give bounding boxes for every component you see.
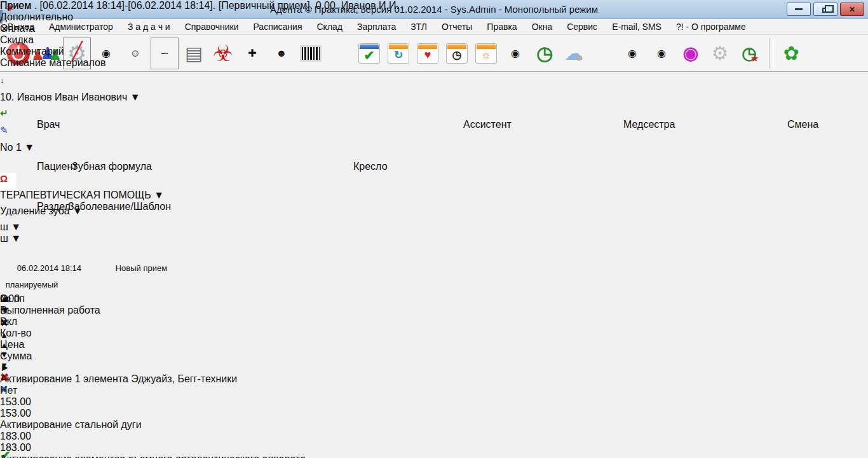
alarm-clock-icon[interactable]: ◷ xyxy=(530,37,559,70)
menu-item-10[interactable]: Правка xyxy=(487,22,517,32)
inner-right-strip xyxy=(836,94,840,453)
glyph: ✔ xyxy=(358,43,380,64)
menu-item-12[interactable]: Сервис xyxy=(567,22,597,32)
tab-label: Оплата xyxy=(0,23,35,34)
table-row[interactable]: ►Активирование 1 элемента Эджуайз, Бегг-… xyxy=(0,362,377,419)
menu-item-14[interactable]: ?! - О программе xyxy=(676,22,746,32)
appointment-state-box[interactable]: планируемый xyxy=(0,276,64,293)
chat-icon[interactable]: ☁☺ xyxy=(559,37,588,70)
tooth-formula-button[interactable]: Ω xyxy=(0,173,17,190)
section-value: ТЕРАПЕВТИЧЕСКАЯ ПОМОЩЬ xyxy=(0,190,151,200)
column-header[interactable]: Кол-во xyxy=(0,328,377,339)
schedule-grid-icon[interactable] xyxy=(325,37,355,70)
glyph: ◷ xyxy=(452,48,462,62)
shift-down-button[interactable]: ↓ xyxy=(0,76,13,92)
chair-combo[interactable]: No 1 ▼ xyxy=(0,142,475,158)
patient-combo[interactable]: 10. Иванов Иван Иванович ▼ xyxy=(0,92,245,108)
glyph: ☣ xyxy=(213,40,233,67)
glyph: ◉ xyxy=(628,47,637,59)
tab-bar: ПриемДополнительноОплатаСкидкаКомментари… xyxy=(0,0,172,69)
glyph: ✔ xyxy=(364,48,375,63)
glyph xyxy=(300,45,322,62)
section-label: Раздел xyxy=(37,201,71,212)
horizontal-scrollbar[interactable]: ◄ xyxy=(0,293,10,305)
tv-icon[interactable]: ◉ xyxy=(501,37,530,70)
tab-label: Списание материалов xyxy=(0,57,105,68)
nurse-label: Медсестра xyxy=(623,119,675,130)
glyph: ◷ xyxy=(446,43,468,64)
cell-mk: ► xyxy=(0,362,377,373)
scroll-left-button[interactable]: ◄ xyxy=(0,293,10,305)
glyph: ☼ xyxy=(475,43,497,64)
glyph: ◷ xyxy=(536,42,553,64)
tab-label: Дополнительно xyxy=(0,11,73,22)
cell-name: Активирование стальной дуги xyxy=(0,419,377,431)
menu-item-8[interactable]: ЗТЛ xyxy=(410,22,427,32)
calendar-check-icon[interactable]: ✔ xyxy=(355,37,384,70)
cell-money: 153.00 xyxy=(0,408,377,419)
column-header[interactable]: Сумма xyxy=(0,350,377,362)
table-row[interactable]: Активирование стальной дуги183.00183.00 xyxy=(0,419,377,454)
menu-item-9[interactable]: Отчеты xyxy=(442,22,472,32)
close-button[interactable]: ✕ xyxy=(840,3,864,16)
insert-template-all-button[interactable]: ш ▼ xyxy=(0,233,868,244)
tab-оплата[interactable]: Оплата xyxy=(0,23,121,34)
books-icon[interactable]: ▤ xyxy=(179,37,208,70)
column-header[interactable]: Выполненная работа xyxy=(0,305,377,316)
chevron-down-icon[interactable]: ▼ xyxy=(130,92,140,102)
insert-template-button[interactable]: ш ▼ xyxy=(0,221,868,233)
first-aid-kit-icon[interactable]: ✚ xyxy=(238,37,267,70)
glyph: ◉ xyxy=(683,43,698,64)
chevron-down-icon[interactable]: ▼ xyxy=(154,190,164,200)
camera-icon[interactable]: ◉ xyxy=(618,37,647,70)
icq-flower-icon[interactable]: ✿ xyxy=(776,37,806,70)
red-face-icon[interactable]: ☻ xyxy=(267,37,296,70)
glyph: ✿ xyxy=(783,42,799,64)
restore-button[interactable] xyxy=(813,3,837,16)
eye-photo-icon[interactable]: ◉ xyxy=(647,37,676,70)
scroll-down-button[interactable]: ▼ xyxy=(0,305,10,316)
tab-дополнительно[interactable]: Дополнительно xyxy=(0,11,143,23)
column-header[interactable]: Цена xyxy=(0,339,377,350)
menu-item-13[interactable]: E-mail, SMS xyxy=(612,22,661,32)
glyph: ♥ xyxy=(424,48,431,62)
glyph: ♥ xyxy=(417,43,438,64)
close-icon: ✕ xyxy=(849,5,855,14)
patient-card-button[interactable]: ↵ xyxy=(0,108,25,125)
triangle-left-icon: ◄ xyxy=(0,293,10,304)
services-table: № ппВыполненная работаВклКол-воЦенаСумма… xyxy=(0,293,377,458)
table-body: ►Активирование 1 элемента Эджуайз, Бегг-… xyxy=(0,362,377,458)
barcode-icon[interactable] xyxy=(296,37,325,70)
appointment-status: Новый прием xyxy=(116,263,167,273)
eye-icon[interactable]: ◉ xyxy=(676,37,705,70)
menu-item-11[interactable]: Окна xyxy=(532,22,553,32)
table-row[interactable]: Активирование элементов съемного ортодон… xyxy=(0,454,377,458)
glyph: ✚ xyxy=(248,47,256,59)
column-header[interactable]: № пп xyxy=(0,293,377,305)
arrow-down-red-icon: ▼ xyxy=(11,233,21,244)
shift-label: Смена xyxy=(787,119,818,130)
doctor-label: Врач xyxy=(37,119,60,130)
calendar-refresh-icon[interactable]: ↻ xyxy=(384,37,413,70)
calendar-sun-icon[interactable]: ☼ xyxy=(471,37,501,70)
minimize-button[interactable] xyxy=(787,3,811,16)
surprised-face-icon[interactable] xyxy=(588,37,618,70)
empty-field[interactable] xyxy=(0,244,44,260)
cell-name: Активирование 1 элемента Эджуайз, Бегг-т… xyxy=(0,373,377,385)
calendar-heart-icon[interactable]: ♥ xyxy=(413,37,442,70)
template-label: Заболевание/Шаблон xyxy=(68,201,171,212)
tab-комментарий[interactable]: Комментарий xyxy=(0,46,140,57)
arrow-down-red-icon: ▼ xyxy=(11,221,21,232)
chair-value: No 1 xyxy=(0,142,22,153)
column-header[interactable]: Вкл xyxy=(0,316,377,328)
alarm-star-icon[interactable]: ◷★ xyxy=(735,37,764,70)
tab-прием[interactable]: Прием xyxy=(0,0,116,11)
tab-label: Скидка xyxy=(0,34,34,45)
biohazard-icon[interactable]: ☣ xyxy=(208,37,238,70)
patient-edit-button[interactable]: ✎ xyxy=(0,125,25,142)
cell-money: 183.00 xyxy=(0,431,377,442)
gear-icon[interactable]: ⚙ xyxy=(705,37,735,70)
minimize-icon xyxy=(795,8,803,10)
appointment-state: планируемый xyxy=(6,280,58,289)
calendar-clock-icon[interactable]: ◷ xyxy=(442,37,471,70)
